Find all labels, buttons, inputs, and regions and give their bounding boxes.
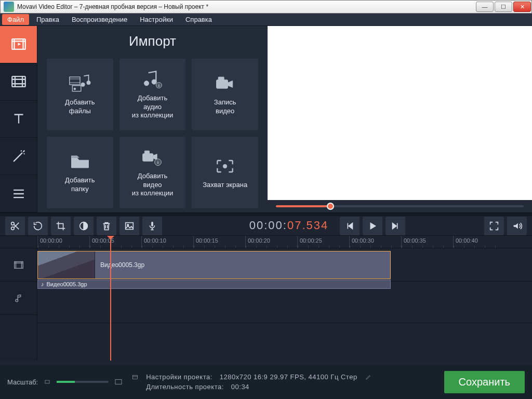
sidebar-effects-tab[interactable] [0,138,37,175]
zoom-out-icon[interactable] [43,378,51,385]
zoom-in-icon[interactable] [114,378,123,386]
crop-button[interactable] [51,217,71,235]
import-add-folder[interactable]: Добавитьпапку [47,137,113,208]
menu-file[interactable]: Файл [2,14,29,25]
ruler-tick: 00:00:20 [245,236,297,248]
timecode: 00:00:07.534 [249,219,328,233]
card-label: Записьвидео [211,98,240,116]
next-button[interactable] [385,217,405,235]
skip-back-icon [344,220,355,232]
video-track-label[interactable] [0,248,37,282]
cut-button[interactable] [5,217,25,235]
delete-button[interactable] [97,217,116,235]
preview-canvas[interactable] [268,26,532,200]
import-add-video-collection[interactable]: Добавитьвидеоиз коллекции [119,137,186,208]
play-icon [367,220,378,232]
import-record-video[interactable]: Записьвидео [192,59,258,130]
film-icon [13,259,24,271]
duration-value: 00:34 [231,383,249,391]
play-button[interactable] [363,217,382,235]
import-add-files[interactable]: Добавитьфайлы [47,59,113,130]
menu-edit[interactable]: Правка [31,14,64,25]
card-label: Добавитьвидеоиз коллекции [129,172,177,198]
pencil-icon[interactable] [365,374,372,381]
import-screen-capture[interactable]: Захват экрана [192,137,258,208]
svg-rect-24 [45,380,49,383]
import-add-audio-collection[interactable]: Добавитьаудиоиз коллекции [119,59,186,130]
sidebar-titles-tab[interactable] [0,101,37,138]
sidebar-more-tab[interactable] [0,175,37,212]
microphone-icon [147,220,158,232]
tracks: Видео0005.3gp ♪ Видео0005.3gp [37,248,532,361]
crop-icon [55,220,66,232]
timecode-fixed: 00:00: [249,219,287,232]
audio-track[interactable] [37,282,532,323]
project-info: Настройки проекта: 1280x720 16:9 29.97 F… [131,373,371,391]
svg-point-15 [223,164,227,168]
svg-point-4 [74,88,76,90]
note-icon [13,292,24,304]
settings-icon [131,374,139,381]
card-label: Добавитьфайлы [62,98,98,116]
trash-icon [101,220,112,232]
sidebar-media-tab[interactable] [0,26,37,63]
media-icon [10,35,28,53]
volume-icon [511,220,523,232]
scissors-icon [9,220,21,232]
settings-label: Настройки проекта: [146,373,212,381]
video-track[interactable]: Видео0005.3gp ♪ Видео0005.3gp [37,248,532,282]
svg-point-6 [87,81,90,85]
ruler-tick: 00:00:15 [193,236,245,248]
camcorder-icon [214,73,236,94]
card-label: Добавитьпапку [62,176,98,194]
rotate-icon [32,220,44,232]
audio-track-label[interactable] [0,282,37,315]
sidebar-filters-tab[interactable] [0,63,37,101]
ruler-tick: 00:00:35 [401,236,453,248]
track-body[interactable]: 00:00:00 00:00:05 00:00:10 00:00:15 00:0… [37,236,532,361]
clip-icon [10,73,28,90]
ruler-tick: 00:00:00 [37,236,89,248]
seek-bar[interactable] [268,200,532,212]
contrast-icon [78,220,89,232]
rotate-button[interactable] [28,217,48,235]
image-button[interactable] [119,217,139,235]
seek-knob[interactable] [327,203,334,210]
clip-thumbnail [38,251,95,278]
svg-rect-26 [133,375,138,379]
film-music-icon [69,73,91,94]
ruler-tick: 00:00:05 [89,236,141,248]
magic-wand-icon [10,148,28,165]
menu-settings[interactable]: Настройки [135,14,178,25]
zoom-slider[interactable] [57,381,109,383]
skip-forward-icon [390,220,401,232]
window-maximize-button[interactable]: ☐ [495,2,512,12]
svg-rect-25 [115,379,122,384]
camcorder-download-icon [141,147,164,168]
import-title: Импорт [37,26,268,54]
window-minimize-button[interactable]: — [476,2,494,12]
window-close-button[interactable]: ✕ [513,2,531,12]
color-button[interactable] [74,217,94,235]
menu-playback[interactable]: Воспроизведение [66,14,132,25]
menu-help[interactable]: Справка [180,14,217,25]
mic-button[interactable] [142,217,162,235]
zoom-label: Масштаб: [7,378,38,386]
fullscreen-button[interactable] [484,217,504,235]
zoom-group: Масштаб: [7,378,123,386]
card-label: Захват экрана [200,181,250,190]
video-clip[interactable]: Видео0005.3gp [37,251,391,279]
svg-rect-2 [70,77,80,85]
volume-button[interactable] [507,217,527,235]
text-icon [10,110,28,128]
timecode-current: 07.534 [287,219,328,232]
prev-button[interactable] [340,217,360,235]
image-icon [124,220,135,232]
screen-capture-icon [214,156,236,177]
import-panel: Импорт Добавитьфайлы Добавитьаудиоиз кол… [37,26,268,212]
save-button[interactable]: Сохранить [444,371,525,393]
ruler-tick: 00:00:40 [453,236,505,248]
svg-rect-21 [151,221,153,226]
menu-icon [10,185,28,203]
playhead[interactable] [110,236,111,361]
